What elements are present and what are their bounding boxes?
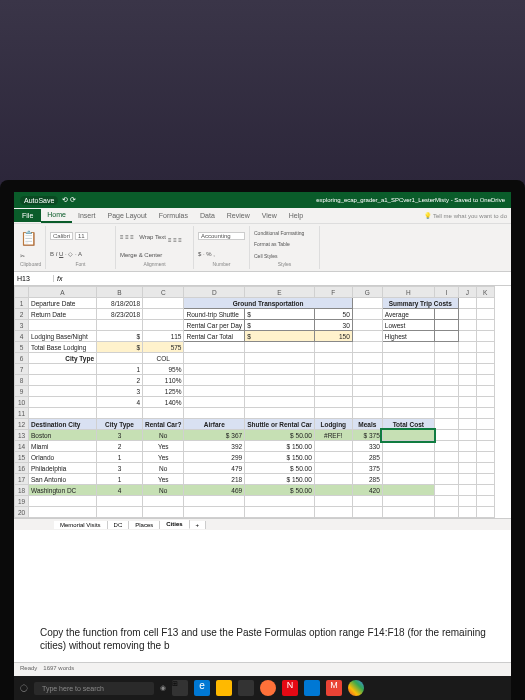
start-icon[interactable]: ◯ <box>20 684 28 692</box>
instruction-overlay: Copy the function from cell F13 and use … <box>32 618 511 660</box>
tab-insert[interactable]: Insert <box>72 209 102 222</box>
ribbon: 📋✂ Clipboard Calibri 11 B I U · ◇ · A Fo… <box>14 224 511 272</box>
taskbar-search[interactable]: Type here to search <box>34 682 154 695</box>
status-ready: Ready <box>20 665 37 674</box>
cut-icon[interactable]: ✂ <box>20 252 25 259</box>
formula-bar: H13 fx <box>14 272 511 286</box>
cortana-icon[interactable]: ◉ <box>160 684 166 692</box>
number-format-buttons[interactable]: $ · % , <box>198 251 215 257</box>
sheet-cities[interactable]: Cities <box>160 520 189 529</box>
lightbulb-icon: 💡 <box>424 213 431 219</box>
worksheet-grid[interactable]: ABCDEFGHIJK 1Departure Date8/18/2018Grou… <box>14 286 511 518</box>
sheet-memorial-visits[interactable]: Memorial Visits <box>54 521 108 529</box>
accounting-format[interactable]: Accounting <box>198 232 245 240</box>
wrap-text-button[interactable]: Wrap Text <box>139 234 166 240</box>
autosave-toggle[interactable]: AutoSave <box>20 196 58 205</box>
tab-file[interactable]: File <box>14 209 41 222</box>
firefox-icon[interactable] <box>260 680 276 696</box>
tab-view[interactable]: View <box>256 209 283 222</box>
word-count: 1697 words <box>43 665 74 674</box>
task-view-icon[interactable]: ⊞ <box>172 680 188 696</box>
ribbon-tabs: File Home Insert Page Layout Formulas Da… <box>14 208 511 224</box>
font-name-select[interactable]: Calibri <box>50 232 73 240</box>
netflix-icon[interactable]: N <box>282 680 298 696</box>
styles-group: Conditional Formatting Format as Table C… <box>250 226 320 269</box>
fill-color-icon[interactable]: ◇ <box>68 251 73 257</box>
cell-styles-button[interactable]: Cell Styles <box>254 253 278 259</box>
conditional-formatting-button[interactable]: Conditional Formatting <box>254 230 304 236</box>
store-icon[interactable] <box>238 680 254 696</box>
spreadsheet-table[interactable]: ABCDEFGHIJK 1Departure Date8/18/2018Grou… <box>14 286 495 518</box>
tab-home[interactable]: Home <box>41 208 72 223</box>
tab-data[interactable]: Data <box>194 209 221 222</box>
tab-help[interactable]: Help <box>283 209 309 222</box>
document-title: exploring_ecap_grader_a1_SPCver1_LesterM… <box>316 197 505 203</box>
laptop-frame: AutoSave ⟲ ⟳ exploring_ecap_grader_a1_SP… <box>0 180 525 700</box>
app-icon[interactable] <box>304 680 320 696</box>
font-color-icon[interactable]: A <box>78 251 82 257</box>
quick-access-icons[interactable]: ⟲ ⟳ <box>62 196 76 204</box>
name-box[interactable]: H13 <box>14 275 54 282</box>
photo-background: AutoSave ⟲ ⟳ exploring_ecap_grader_a1_SP… <box>0 0 525 700</box>
tab-review[interactable]: Review <box>221 209 256 222</box>
new-sheet-button[interactable]: + <box>190 521 207 529</box>
tab-formulas[interactable]: Formulas <box>153 209 194 222</box>
sheet-places[interactable]: Places <box>129 521 160 529</box>
windows-taskbar: ◯ Type here to search ◉ ⊞ e N M <box>14 676 511 700</box>
tab-pagelayout[interactable]: Page Layout <box>101 209 152 222</box>
chrome-icon[interactable] <box>348 680 364 696</box>
alignment-group: ≡ ≡ ≡ Wrap Text≡ ≡ ≡ Merge & Center Alig… <box>116 226 194 269</box>
status-bar: Ready 1697 words <box>14 662 511 676</box>
explorer-icon[interactable] <box>216 680 232 696</box>
merge-center-button[interactable]: Merge & Center <box>120 252 162 258</box>
format-as-table-button[interactable]: Format as Table <box>254 241 290 247</box>
tell-me[interactable]: 💡 Tell me what you want to do <box>424 212 511 219</box>
sheet-dc[interactable]: DC <box>108 521 130 529</box>
paste-icon[interactable]: 📋 <box>20 230 37 246</box>
screen: AutoSave ⟲ ⟳ exploring_ecap_grader_a1_SP… <box>14 192 511 700</box>
edge-icon[interactable]: e <box>194 680 210 696</box>
sheet-tabs: Memorial Visits DC Places Cities + <box>14 518 511 530</box>
clipboard-group: 📋✂ Clipboard <box>16 226 46 269</box>
number-group: Accounting$ · % , Number <box>194 226 250 269</box>
font-group: Calibri 11 B I U · ◇ · A Font <box>46 226 116 269</box>
titlebar: AutoSave ⟲ ⟳ exploring_ecap_grader_a1_SP… <box>14 192 511 208</box>
fx-icon[interactable]: fx <box>54 275 65 282</box>
mail-icon[interactable]: M <box>326 680 342 696</box>
font-size-select[interactable]: 11 <box>75 232 88 240</box>
